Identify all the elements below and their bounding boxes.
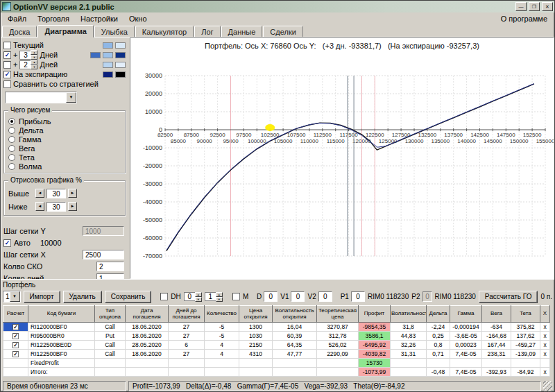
row-select-cell-1[interactable] bbox=[3, 332, 28, 341]
dh-stepper-1[interactable]: 0▲▼ bbox=[184, 292, 202, 302]
color-swatch[interactable] bbox=[103, 71, 113, 78]
increase-button[interactable]: ► bbox=[68, 202, 77, 211]
col-header-13[interactable]: Вега bbox=[482, 306, 511, 323]
param-field-1[interactable]: 0 bbox=[291, 291, 305, 302]
col-header-8[interactable]: Теоретическая цена bbox=[317, 306, 359, 323]
menu-item-1[interactable]: Торговля bbox=[32, 14, 75, 24]
series-checkbox-0[interactable] bbox=[3, 42, 11, 49]
col-header-7[interactable]: Волатильность открытия bbox=[273, 306, 317, 323]
auto-checkbox[interactable] bbox=[3, 239, 11, 247]
days-stepper-1[interactable]: 3▲▼ bbox=[19, 50, 37, 60]
param-field-0[interactable]: 0 bbox=[264, 291, 278, 302]
row-checkbox-3[interactable] bbox=[12, 351, 19, 357]
strategy-combobox[interactable]: ▼ bbox=[5, 92, 77, 103]
row-checkbox-2[interactable] bbox=[12, 342, 19, 348]
down-arrow-icon[interactable]: ▼ bbox=[195, 297, 202, 302]
close-button[interactable]: ✕ bbox=[542, 2, 553, 11]
draw-option-0[interactable]: Прибыль bbox=[8, 117, 122, 126]
dh-checkbox[interactable] bbox=[160, 293, 168, 300]
resize-grip[interactable] bbox=[543, 381, 552, 391]
chart-canvas[interactable]: -70000-60000-50000-40000-30000-20000-100… bbox=[130, 38, 554, 278]
draw-option-4[interactable]: Тета bbox=[8, 153, 122, 162]
color-swatch[interactable] bbox=[90, 52, 101, 58]
row-select-cell-4[interactable] bbox=[3, 359, 28, 368]
series-checkbox-2[interactable] bbox=[3, 61, 11, 69]
col-header-3[interactable]: Дата погашения bbox=[126, 306, 169, 323]
table-row-4[interactable]: FixedProfit15730 bbox=[3, 359, 550, 368]
payoff-chart[interactable]: Портфель: Ось X: 76860 Ось Y: (+3 дн. -9… bbox=[130, 37, 554, 279]
m-checkbox[interactable] bbox=[232, 293, 240, 300]
tab-0[interactable]: Доска bbox=[2, 26, 37, 37]
row-checkbox-0[interactable] bbox=[12, 324, 19, 330]
col-header-0[interactable]: Расчет bbox=[3, 306, 28, 323]
col-header-10[interactable]: Волатильность bbox=[391, 306, 427, 323]
tab-5[interactable]: Данные bbox=[221, 26, 263, 37]
table-row-2[interactable]: RI122500BE0DCall28.05.202064215064,35526… bbox=[3, 341, 550, 350]
compare-checkbox[interactable] bbox=[3, 80, 11, 88]
p2-field[interactable]: 0 bbox=[422, 291, 432, 302]
menu-item-0[interactable]: Файл bbox=[2, 14, 32, 24]
menu-about[interactable]: О программе bbox=[495, 14, 553, 24]
increase-button[interactable]: ► bbox=[68, 189, 77, 198]
days-stepper-2[interactable]: 2▲▼ bbox=[19, 60, 37, 69]
down-arrow-icon[interactable]: ▼ bbox=[31, 55, 37, 60]
table-row-0[interactable]: RI120000BF0Call18.06.202027-5130016,0432… bbox=[3, 323, 550, 332]
col-header-6[interactable]: Цена открытия bbox=[239, 306, 273, 323]
row-select-cell-5[interactable] bbox=[3, 368, 28, 377]
tab-1[interactable]: Диаграмма bbox=[37, 25, 93, 37]
draw-option-5[interactable]: Волма bbox=[8, 162, 122, 171]
col-header-15[interactable]: Х bbox=[540, 306, 550, 323]
table-row-1[interactable]: RI95000BR0Put18.06.202027-5103060,39312,… bbox=[3, 332, 550, 341]
menu-item-2[interactable]: Настройки bbox=[75, 14, 123, 24]
col-header-14[interactable]: Тета bbox=[511, 306, 540, 323]
maximize-button[interactable]: ❐ bbox=[529, 2, 540, 11]
color-swatch[interactable] bbox=[103, 42, 113, 49]
down-arrow-icon[interactable]: ▼ bbox=[216, 297, 223, 302]
col-header-4[interactable]: Дней до погашения bbox=[169, 306, 205, 323]
import-button[interactable]: Импорт bbox=[24, 291, 60, 303]
color-swatch[interactable] bbox=[115, 52, 126, 58]
minimize-button[interactable]: — bbox=[515, 2, 527, 11]
draw-option-1[interactable]: Дельта bbox=[8, 126, 122, 135]
col-header-2[interactable]: Тип опциона bbox=[95, 306, 126, 323]
up-arrow-icon[interactable]: ▲ bbox=[216, 292, 223, 297]
row-select-cell-0[interactable] bbox=[3, 323, 28, 332]
tab-4[interactable]: Лог bbox=[194, 26, 220, 37]
col-header-11[interactable]: Дельта bbox=[427, 306, 450, 323]
param-field-2[interactable]: 0 bbox=[318, 291, 332, 302]
dh-stepper-2[interactable]: 1▲▼ bbox=[205, 292, 223, 302]
chevron-down-icon[interactable]: ▼ bbox=[66, 92, 76, 103]
color-swatch[interactable] bbox=[103, 52, 113, 58]
col-header-1[interactable]: Код бумаги bbox=[28, 306, 95, 323]
chevron-down-icon[interactable]: ▼ bbox=[10, 291, 20, 302]
col-header-9[interactable]: Профит bbox=[359, 306, 391, 323]
row-checkbox-1[interactable] bbox=[12, 333, 19, 339]
color-swatch[interactable] bbox=[103, 62, 113, 68]
up-arrow-icon[interactable]: ▲ bbox=[195, 292, 202, 297]
tab-3[interactable]: Калькулятор bbox=[135, 26, 194, 37]
tab-2[interactable]: Улыбка bbox=[94, 26, 135, 37]
row-select-cell-2[interactable] bbox=[3, 341, 28, 350]
table-row-5[interactable]: Итого:-1073,99-0,487,4E-05-392,93-84,92х bbox=[3, 368, 550, 377]
color-swatch[interactable] bbox=[115, 71, 126, 78]
sko-input[interactable]: 2 bbox=[96, 262, 124, 271]
decrease-button[interactable]: ◄ bbox=[35, 189, 44, 198]
step-y-input[interactable]: 1000 bbox=[83, 226, 124, 236]
save-button[interactable]: Сохранить bbox=[105, 291, 152, 303]
color-swatch[interactable] bbox=[115, 62, 126, 68]
decrease-button[interactable]: ◄ bbox=[35, 202, 44, 211]
col-header-5[interactable]: Количество bbox=[205, 306, 239, 323]
days-count-input[interactable]: 1 bbox=[96, 273, 124, 279]
portfolio-selector[interactable]: 1 ▼ bbox=[3, 291, 21, 302]
tab-6[interactable]: Сделки bbox=[263, 26, 303, 37]
param-field-3[interactable]: 0 bbox=[351, 291, 365, 302]
step-x-input[interactable]: 2500 bbox=[83, 250, 124, 259]
down-arrow-icon[interactable]: ▼ bbox=[31, 65, 37, 69]
up-arrow-icon[interactable]: ▲ bbox=[31, 50, 37, 55]
table-row-3[interactable]: RI122500BF0Call18.06.2020274431047,77229… bbox=[3, 350, 550, 359]
up-arrow-icon[interactable]: ▲ bbox=[31, 60, 37, 65]
menu-item-3[interactable]: Окно bbox=[123, 14, 153, 24]
row-select-cell-3[interactable] bbox=[3, 350, 28, 359]
delete-button[interactable]: Удалить bbox=[63, 291, 102, 303]
col-header-12[interactable]: Гамма bbox=[450, 306, 482, 323]
